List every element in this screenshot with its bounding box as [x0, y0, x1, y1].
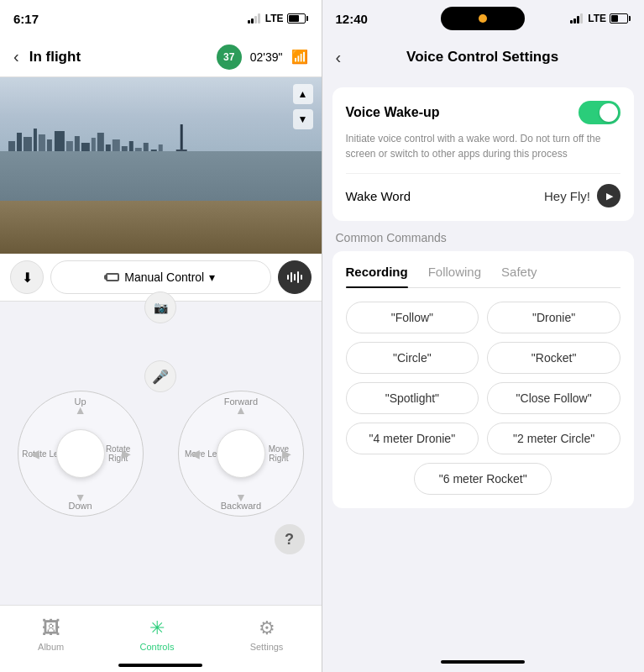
left-status-bar: 6:17 LTE: [0, 0, 322, 37]
manual-ctrl-icon: [106, 273, 119, 281]
left-tab-bar: 🖼 Album ✳ Controls ⚙ Settings: [0, 605, 322, 672]
right-battery-icon: [610, 13, 631, 24]
right-content: Voice Wake-up Initiate voice control wit…: [322, 77, 645, 652]
waveform-icon: [286, 269, 303, 286]
right-lte-label: LTE: [588, 13, 606, 24]
left-nav-right: 37 02'39" 📶: [217, 45, 308, 70]
cmd-6m-rocket[interactable]: "6 meter Rocket": [414, 463, 552, 495]
mic-button-area: 🎤: [144, 360, 176, 392]
dynamic-island: [441, 7, 525, 30]
joystick-right-arrow: ▶: [122, 447, 131, 460]
joystick-up-arrow: ▲: [75, 403, 86, 417]
right-home-bar: [441, 660, 525, 664]
camera-shutter-button[interactable]: 📷: [144, 291, 176, 323]
help-button[interactable]: ?: [275, 524, 305, 554]
joystick2-left-arrow: ◀: [191, 447, 200, 460]
wake-word-text: Hey Fly!: [544, 189, 590, 203]
flight-number-badge: 37: [217, 45, 242, 70]
wifi-icon: 📶: [291, 49, 308, 65]
tab-settings[interactable]: ⚙ Settings: [250, 617, 284, 652]
dropdown-arrow-icon: ▾: [209, 270, 215, 284]
left-time: 6:17: [13, 12, 39, 26]
commands-grid: "Follow" "Dronie" "Circle" "Rocket" "Spo…: [346, 302, 621, 495]
commands-tabs: Recording Following Safety: [346, 265, 621, 288]
tab-controls[interactable]: ✳ Controls: [139, 617, 174, 652]
voice-wakeup-title: Voice Wake-up: [346, 105, 440, 120]
left-nav-title: In flight: [29, 49, 81, 66]
cmd-circle[interactable]: "Circle": [346, 342, 479, 374]
cmd-rocket[interactable]: "Rocket": [487, 342, 620, 374]
right-nav-bar: ‹ Voice Control Settings: [322, 37, 645, 77]
cmd-spotlight[interactable]: "Spotlight": [346, 382, 479, 414]
joystick-left-arrow: ◀: [30, 447, 39, 460]
left-nav-bar: ‹ In flight 37 02'39" 📶: [0, 37, 322, 77]
right-joystick[interactable]: Forward ▲ Backward ▼ Move Left ◀ Move Ri…: [178, 391, 304, 517]
right-signal-bars: [570, 13, 583, 24]
right-home-indicator: [322, 652, 645, 672]
tab-settings-label: Settings: [250, 642, 284, 652]
voice-wakeup-toggle[interactable]: [579, 101, 620, 124]
left-panel: 6:17 LTE ‹ In flight 37 02'39" 📶: [0, 0, 322, 672]
right-status-icons: LTE: [570, 13, 631, 24]
voice-wakeup-card: Voice Wake-up Initiate voice control wit…: [332, 87, 635, 221]
settings-gear-icon: ⚙: [259, 617, 275, 639]
dock-area: [0, 201, 322, 254]
joystick2-up-arrow: ▲: [235, 403, 247, 417]
mic-mute-button[interactable]: 🎤: [144, 360, 176, 392]
manual-control-label: Manual Control: [124, 270, 204, 284]
wake-word-value: Hey Fly!: [544, 184, 620, 207]
tab-following[interactable]: Following: [428, 265, 481, 287]
battery-icon: [287, 13, 308, 24]
common-commands-section-label: Common Commands: [336, 231, 635, 244]
left-home-indicator: [118, 664, 202, 667]
wake-word-row: Wake Word Hey Fly!: [346, 173, 621, 207]
left-joystick[interactable]: Up ▲ Down ▼ Rotate Left ◀ Rotate Right ▶: [18, 391, 144, 517]
commands-card: Recording Following Safety "Follow" "Dro…: [332, 251, 635, 508]
right-back-button[interactable]: ‹: [336, 48, 342, 67]
controls-icon: ✳: [149, 617, 165, 639]
voice-wakeup-row: Voice Wake-up: [346, 101, 621, 124]
manual-control-button[interactable]: Manual Control ▾: [50, 260, 271, 294]
voice-wakeup-description: Initiate voice control with a wake word.…: [346, 131, 621, 161]
cmd-2m-circle[interactable]: "2 meter Circle": [487, 423, 620, 454]
camera-view: ▲ ▼: [0, 77, 322, 254]
cmd-close-follow[interactable]: "Close Follow": [487, 382, 620, 414]
tab-recording[interactable]: Recording: [346, 265, 408, 287]
camera-nav-up[interactable]: ▲: [293, 84, 313, 104]
tab-album[interactable]: 🖼 Album: [38, 617, 64, 652]
right-time: 12:40: [336, 12, 368, 26]
right-status-bar: 12:40 LTE: [322, 0, 645, 37]
joystick2-right-arrow: ▶: [282, 447, 291, 460]
flight-time: 02'39": [250, 50, 283, 64]
mic-slash-icon: 🎤: [152, 369, 169, 385]
left-joystick-ring[interactable]: Up ▲ Down ▼ Rotate Left ◀ Rotate Right ▶: [18, 391, 144, 517]
joystick-area: 📷 🎤 Up ▲ Down ▼ Rotate Left ◀ Rotate Rig…: [0, 302, 322, 605]
right-joystick-ring[interactable]: Forward ▲ Backward ▼ Move Left ◀ Move Ri…: [178, 391, 304, 517]
tab-safety[interactable]: Safety: [501, 265, 537, 287]
signal-bars-icon: [248, 13, 260, 24]
joystick2-down-arrow: ▼: [235, 491, 247, 504]
joystick-down-arrow: ▼: [75, 491, 86, 504]
wake-word-play-button[interactable]: [597, 184, 620, 207]
cmd-dronie[interactable]: "Dronie": [487, 302, 620, 333]
waveform-button[interactable]: [278, 260, 312, 294]
right-joystick-thumb[interactable]: [217, 429, 265, 478]
left-back-button[interactable]: ‹: [13, 47, 19, 66]
water-area: [0, 151, 322, 201]
wake-word-label: Wake Word: [346, 189, 411, 203]
cmd-4m-dronie[interactable]: "4 meter Dronie": [346, 423, 479, 454]
right-panel: 12:40 LTE ‹ Voice Control Settings Voice…: [322, 0, 645, 672]
dynamic-island-dot: [479, 14, 487, 23]
left-status-icons: LTE: [248, 13, 308, 24]
right-nav-title: Voice Control Settings: [351, 49, 614, 66]
camera-nav-down[interactable]: ▼: [293, 109, 313, 129]
album-icon: 🖼: [42, 617, 60, 639]
lte-label: LTE: [265, 13, 284, 24]
download-button[interactable]: ⬇: [10, 260, 44, 294]
camera-controls: 📷: [144, 291, 176, 330]
left-joystick-thumb[interactable]: [56, 429, 105, 478]
cmd-follow[interactable]: "Follow": [346, 302, 479, 333]
tab-controls-label: Controls: [139, 642, 174, 652]
tab-album-label: Album: [38, 642, 64, 652]
download-icon: ⬇: [22, 270, 33, 286]
